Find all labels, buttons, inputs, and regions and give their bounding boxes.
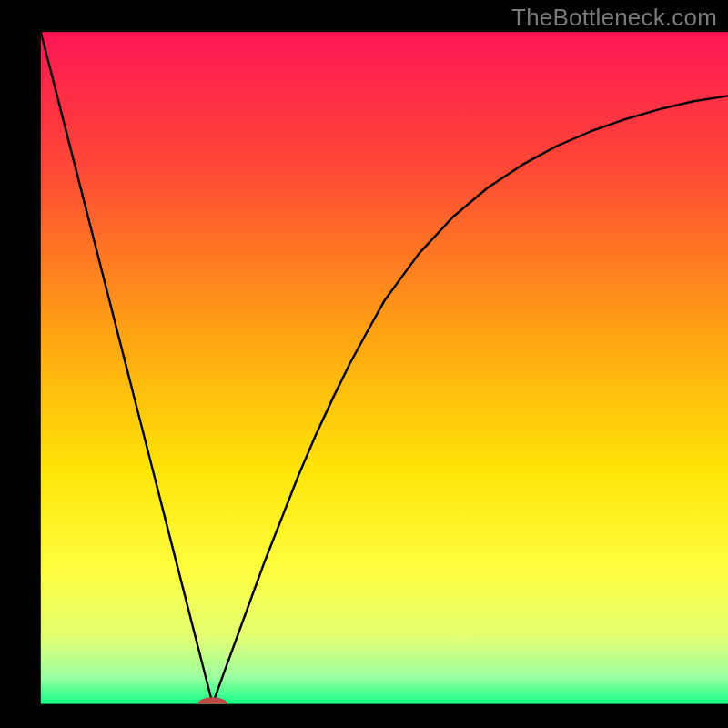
plot-area [41, 32, 728, 711]
bottleneck-chart [0, 0, 728, 728]
chart-frame: TheBottleneck.com [0, 0, 728, 728]
watermark-label: TheBottleneck.com [511, 4, 717, 32]
gradient-background [41, 32, 728, 703]
